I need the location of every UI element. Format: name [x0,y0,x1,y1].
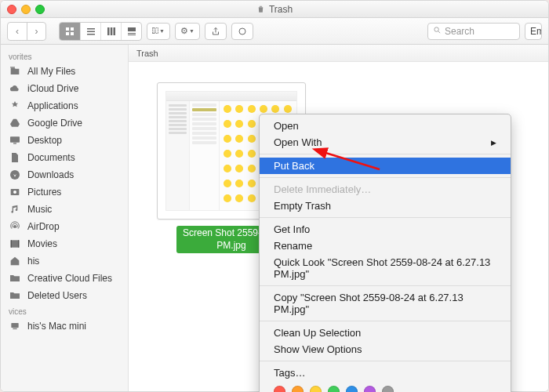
sidebar-section-devices: vices [1,304,128,318]
svg-rect-4 [87,28,95,30]
svg-rect-11 [128,33,136,34]
context-menu-item[interactable]: Show View Options [260,341,511,358]
context-menu-separator [260,217,511,218]
sidebar-item-creative-cloud[interactable]: Creative Cloud Files [1,270,128,287]
context-menu-separator [260,177,511,178]
svg-rect-24 [11,240,12,247]
traffic-lights [7,5,45,14]
sidebar-item-home[interactable]: his [1,252,128,270]
svg-rect-9 [113,27,115,35]
svg-rect-26 [11,323,18,328]
tag-color-dot[interactable] [382,386,394,392]
context-menu-separator [260,361,511,361]
tag-color-dot[interactable] [292,386,304,392]
path-bar: Trash [129,45,548,62]
context-menu-item[interactable]: Open With▶ [260,134,511,151]
search-placeholder: Search [445,26,474,37]
submenu-arrow-icon: ▶ [491,139,496,147]
svg-rect-23 [11,240,20,247]
context-menu-item[interactable]: Rename [260,238,511,254]
sidebar-item-movies[interactable]: Movies [1,235,128,252]
sidebar-item-applications[interactable]: Applications [1,97,128,114]
view-column-button[interactable] [100,23,121,40]
svg-point-13 [239,28,245,34]
google-drive-icon [9,117,21,129]
sidebar-item-airdrop[interactable]: AirDrop [1,218,128,235]
desktop-icon [9,134,21,147]
sidebar-item-deleted-users[interactable]: Deleted Users [1,287,128,304]
share-button[interactable] [205,23,227,40]
all-files-icon [9,65,21,78]
action-button[interactable]: ⚙︎▼ [175,23,200,40]
folder-icon [9,289,21,302]
sidebar-section-favorites: vorites [1,49,128,63]
mac-icon [9,320,21,332]
context-menu-item[interactable]: Tags… [260,365,511,381]
tags-button[interactable] [231,23,253,40]
sidebar-item-music[interactable]: Music [1,201,128,218]
svg-rect-7 [107,27,110,35]
movies-icon [9,238,21,250]
tag-color-dot[interactable] [274,386,285,392]
context-menu-item[interactable]: Quick Look "Screen Shot 2559-08-24 at 6.… [260,254,511,282]
view-switcher [59,22,142,41]
zoom-button[interactable] [35,5,45,14]
empty-trash-button[interactable]: Empty [525,23,542,40]
context-menu-item[interactable]: Put Back [260,158,511,174]
sidebar-item-desktop[interactable]: Desktop [1,132,128,149]
context-menu-item[interactable]: Copy "Screen Shot 2559-08-24 at 6.27.13 … [260,289,511,318]
svg-rect-6 [87,34,95,35]
sidebar-item-icloud-drive[interactable]: iCloud Drive [1,80,128,97]
arrange-button[interactable]: ⿲▼ [147,23,170,40]
context-menu-item[interactable]: Open [260,118,511,134]
svg-rect-25 [18,240,19,247]
svg-point-19 [10,170,20,180]
minimize-button[interactable] [21,5,31,14]
context-menu-separator [260,285,511,286]
sidebar-item-documents[interactable]: Documents [1,149,128,166]
context-menu: OpenOpen With▶Put BackDelete Immediately… [259,114,511,392]
context-menu-item: Delete Immediately… [260,181,511,198]
sidebar-item-pictures[interactable]: Pictures [1,183,128,201]
sidebar-item-downloads[interactable]: Downloads [1,166,128,183]
svg-point-22 [13,225,16,228]
tag-color-dot[interactable] [346,386,358,392]
context-menu-separator [260,154,511,154]
view-icon-button[interactable] [60,23,80,40]
search-input[interactable]: Search [427,23,520,40]
tag-color-dot[interactable] [364,386,376,392]
context-menu-item[interactable]: Empty Trash [260,198,511,214]
home-icon [9,255,21,267]
sidebar-item-google-drive[interactable]: Google Drive [1,114,128,132]
svg-rect-17 [10,136,20,142]
svg-rect-27 [13,328,16,329]
context-menu-item[interactable]: Clean Up Selection [260,325,511,341]
toolbar: ‹ › ⿲▼ ⚙︎▼ Search Empty [1,18,548,45]
tag-color-dot[interactable] [310,386,322,392]
svg-rect-16 [10,67,15,67]
sidebar-item-all-my-files[interactable]: All My Files [1,63,128,80]
close-button[interactable] [7,5,16,14]
titlebar: Trash [1,1,548,18]
tag-color-dot[interactable] [328,386,340,392]
svg-rect-8 [110,27,112,35]
context-menu-item[interactable]: Get Info [260,221,511,238]
svg-rect-1 [71,27,74,31]
airdrop-icon [9,220,21,233]
search-icon [433,26,442,37]
trash-icon [256,4,265,14]
context-menu-separator [260,321,511,321]
svg-rect-2 [66,32,69,35]
svg-rect-0 [66,27,69,31]
svg-rect-5 [87,31,95,32]
sidebar-item-mac[interactable]: his's Mac mini [1,318,128,335]
documents-icon [9,151,21,164]
back-button[interactable]: ‹ [8,23,27,40]
music-icon [9,203,21,216]
view-list-button[interactable] [80,23,100,40]
forward-button[interactable]: › [27,23,45,40]
applications-icon [9,100,21,112]
context-menu-tags-row [260,381,511,392]
view-coverflow-button[interactable] [121,23,141,40]
svg-rect-3 [71,32,74,35]
